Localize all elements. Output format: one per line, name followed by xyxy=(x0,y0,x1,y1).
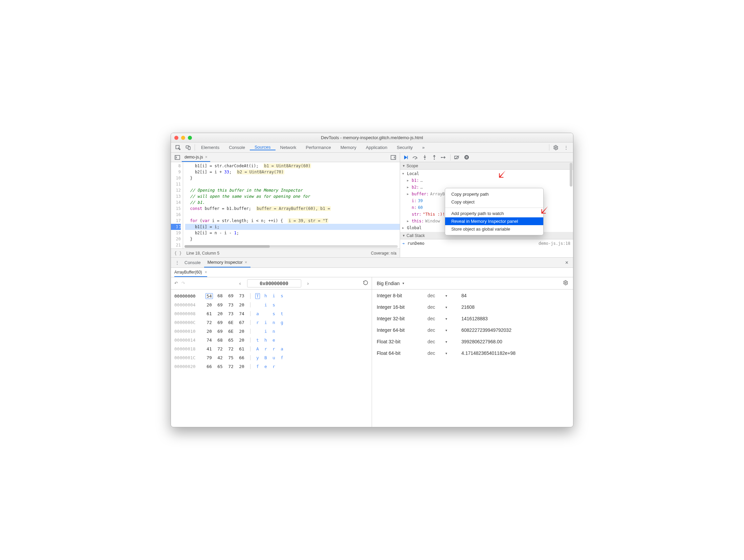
settings-gear-icon[interactable] xyxy=(551,143,561,152)
code-line[interactable] xyxy=(185,212,400,218)
line-number[interactable]: 17 xyxy=(171,218,181,224)
tab-network[interactable]: Network xyxy=(276,145,301,150)
code-line[interactable]: // b1. xyxy=(185,199,400,206)
address-input[interactable] xyxy=(247,279,301,287)
line-number[interactable]: 9 xyxy=(171,169,181,175)
type-mode-select[interactable]: dec xyxy=(428,339,455,344)
hex-row[interactable]: 0000001020696E20 in xyxy=(174,327,368,336)
hex-row[interactable]: 0000002066657220fer xyxy=(174,362,368,371)
pause-on-exceptions-icon[interactable] xyxy=(463,154,469,160)
tab-security[interactable]: Security xyxy=(392,145,417,150)
hex-row[interactable]: 0000000C72696E67ring xyxy=(174,318,368,327)
context-menu-item[interactable]: Copy property path xyxy=(445,190,543,198)
inspect-icon[interactable] xyxy=(173,143,183,152)
hex-row[interactable]: 0000001C79427566yBuf xyxy=(174,353,368,362)
zoom-icon[interactable] xyxy=(188,136,192,140)
line-number[interactable]: 16 xyxy=(171,212,181,218)
code-line[interactable]: // Opening this buffer in the Memory Ins… xyxy=(185,187,400,193)
line-number[interactable]: 13 xyxy=(171,193,181,199)
context-menu-item[interactable]: Add property path to watch xyxy=(445,210,543,217)
hex-row[interactable]: 0000000861207374a st xyxy=(174,309,368,318)
type-mode-select[interactable]: dec xyxy=(428,293,455,298)
hex-row[interactable]: 0000001474686520the xyxy=(174,336,368,344)
hex-row[interactable]: 0000000054686973This xyxy=(174,292,368,300)
tab-performance[interactable]: Performance xyxy=(301,145,335,150)
code-line[interactable]: b1[i] = i; xyxy=(185,224,400,230)
line-number[interactable]: 20 xyxy=(171,236,181,242)
device-toggle-icon[interactable] xyxy=(183,143,193,152)
scope-local-header[interactable]: ▼ Local xyxy=(402,170,573,177)
line-number[interactable]: 21 xyxy=(171,242,181,248)
line-number[interactable]: 11 xyxy=(171,181,181,187)
type-mode-select[interactable]: dec xyxy=(428,350,455,356)
snippet-run-icon[interactable] xyxy=(389,155,398,160)
code-line[interactable]: b1[i] = str.charCodeAt(i); b1 = Uint8Arr… xyxy=(185,163,400,169)
code-editor[interactable]: 89101112131415161718192021 b1[i] = str.c… xyxy=(171,162,400,249)
step-into-icon[interactable] xyxy=(422,154,428,160)
step-out-icon[interactable] xyxy=(431,154,437,160)
tab-elements[interactable]: Elements xyxy=(196,145,224,150)
scope-section-header[interactable]: ▼ Scope xyxy=(400,162,573,170)
hex-row[interactable]: 0000000420697320 is xyxy=(174,300,368,309)
chevron-right-icon: ▶ xyxy=(402,224,406,231)
line-number[interactable]: 18 xyxy=(171,224,181,230)
tab-sources[interactable]: Sources xyxy=(250,145,276,150)
drawer-tab-console[interactable]: Console xyxy=(181,258,204,267)
redo-icon[interactable]: ↷ xyxy=(181,281,185,286)
tab-console[interactable]: Console xyxy=(224,145,250,150)
pretty-print-icon[interactable]: { } xyxy=(174,251,182,256)
type-mode-select[interactable]: dec xyxy=(428,304,455,310)
close-icon[interactable]: × xyxy=(202,270,207,275)
line-number[interactable]: 8 xyxy=(171,163,181,169)
code-line[interactable]: b2[i] = i + 33; b2 = Uint8Array(70) xyxy=(185,169,400,175)
type-mode-select[interactable]: dec xyxy=(428,316,455,321)
file-tab[interactable]: demo-js.js × xyxy=(182,153,210,162)
scope-variable[interactable]: ▶b1: … xyxy=(402,177,573,184)
minimize-icon[interactable] xyxy=(181,136,185,140)
code-line[interactable]: } xyxy=(185,175,400,181)
code-line[interactable]: b2[i] = n - i - 1; xyxy=(185,230,400,236)
close-icon[interactable]: × xyxy=(205,155,207,159)
close-icon[interactable]: × xyxy=(245,260,247,265)
callstack-fn[interactable]: runDemo xyxy=(407,240,424,247)
context-menu-item[interactable]: Store object as global variable xyxy=(445,225,543,233)
horizontal-scrollbar[interactable] xyxy=(184,245,398,248)
tab-application[interactable]: Application xyxy=(361,145,392,150)
deactivate-breakpoints-icon[interactable] xyxy=(454,154,460,160)
line-number[interactable]: 12 xyxy=(171,187,181,193)
callstack-location[interactable]: demo-js.js:18 xyxy=(539,240,573,247)
code-line[interactable]: // will open the same view as for openin… xyxy=(185,193,400,199)
settings-gear-icon[interactable] xyxy=(563,280,568,286)
context-menu-item[interactable]: Reveal in Memory Inspector panel xyxy=(445,217,543,225)
line-number[interactable]: 10 xyxy=(171,175,181,181)
navigator-toggle-icon[interactable] xyxy=(173,155,182,160)
close-icon[interactable] xyxy=(174,136,178,140)
step-over-icon[interactable] xyxy=(412,154,418,160)
code-line[interactable] xyxy=(185,181,400,187)
line-number[interactable]: 15 xyxy=(171,206,181,212)
line-number[interactable]: 14 xyxy=(171,199,181,206)
hex-row[interactable]: 0000001841727261Arra xyxy=(174,344,368,353)
kebab-menu-icon[interactable]: ⋮ xyxy=(561,143,571,152)
code-line[interactable]: const buffer = b1.buffer; buffer = Array… xyxy=(185,206,400,212)
next-page-icon[interactable]: › xyxy=(306,281,310,286)
tabs-overflow-icon[interactable]: » xyxy=(417,143,429,152)
type-mode-select[interactable]: dec xyxy=(428,327,455,333)
mi-buffer-tab[interactable]: ArrayBuffer(60) × xyxy=(174,268,207,277)
step-icon[interactable] xyxy=(441,154,447,160)
refresh-icon[interactable] xyxy=(363,280,368,286)
vertical-scrollbar[interactable] xyxy=(570,163,572,257)
close-drawer-icon[interactable]: × xyxy=(563,260,571,266)
resume-icon[interactable] xyxy=(403,154,409,160)
endianness-select[interactable]: Big Endian xyxy=(377,281,404,286)
line-number[interactable]: 19 xyxy=(171,230,181,236)
prev-page-icon[interactable]: ‹ xyxy=(238,281,242,286)
drawer-tab-memory-inspector[interactable]: Memory Inspector × xyxy=(204,258,251,267)
tab-memory[interactable]: Memory xyxy=(336,145,361,150)
hex-grid[interactable]: 0000000054686973This0000000420697320 is … xyxy=(171,289,372,427)
context-menu-item[interactable]: Copy object xyxy=(445,198,543,206)
kebab-menu-icon[interactable]: ⋮ xyxy=(173,260,181,265)
undo-icon[interactable]: ↶ xyxy=(174,281,178,286)
code-line[interactable]: for (var i = str.length; i < n; ++i) { i… xyxy=(185,218,400,224)
code-line[interactable]: } xyxy=(185,236,400,242)
